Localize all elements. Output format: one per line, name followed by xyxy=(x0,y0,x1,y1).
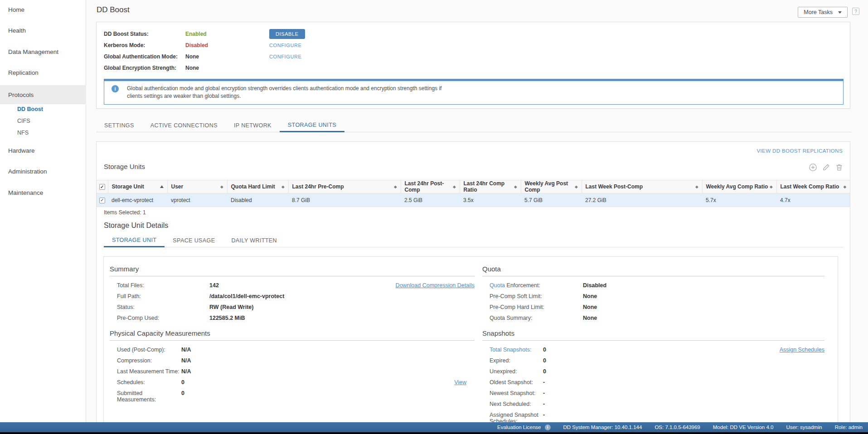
detail-label: Pre-Comp Soft Limit: xyxy=(490,293,583,299)
detail-label: Pre-Comp Hard Limit: xyxy=(490,304,583,310)
add-storage-unit-icon[interactable] xyxy=(809,163,817,172)
column-header-last-24hr-post-comp[interactable]: Last 24hr Post-Comp◆ xyxy=(401,180,460,193)
cell-last-week-comp-ratio: 4.7x xyxy=(776,193,850,207)
tab-space-usage[interactable]: SPACE USAGE xyxy=(165,234,223,247)
detail-label: Pre-Comp Used: xyxy=(117,315,209,321)
details-left-column: Summary Total Files: 142 Download Compre… xyxy=(110,257,475,403)
sidebar-item-administration[interactable]: Administration xyxy=(8,168,47,175)
detail-label: Assigned Snapshot Schedules: xyxy=(490,412,543,422)
column-header-user[interactable]: User◆ xyxy=(167,180,227,193)
check-icon: ✓ xyxy=(100,185,104,189)
detail-row: Last Measurement Time: N/A xyxy=(110,368,475,375)
cell-weekly-avg-comp-ratio: 5.7x xyxy=(702,193,776,207)
detail-row: Assigned Snapshot Schedules: - xyxy=(482,412,824,422)
snapshots-heading: Snapshots xyxy=(482,329,824,341)
sidebar-item-dd-boost[interactable]: DD Boost xyxy=(17,106,43,112)
column-header-last-24hr-comp-ratio[interactable]: Last 24hr Comp Ratio◆ xyxy=(460,180,521,193)
view-dd-boost-replications-link[interactable]: VIEW DD BOOST REPLICATIONS xyxy=(756,148,843,154)
license-label: Evaluation License xyxy=(497,424,541,430)
pre-comp-hard-limit-value: None xyxy=(583,304,597,310)
compression-value: N/A xyxy=(181,357,191,364)
next-scheduled-value: - xyxy=(543,401,545,407)
detail-row: Quota Enforcement: Disabled xyxy=(482,282,824,289)
sidebar-item-protocols[interactable]: Protocols xyxy=(0,85,86,104)
configure-kerberos-link[interactable]: CONFIGURE xyxy=(269,43,301,48)
cell-last-week-post-comp: 27.2 GiB xyxy=(582,193,702,207)
unexpired-value: 0 xyxy=(543,368,546,375)
oldest-snapshot-value: - xyxy=(543,379,545,386)
select-all-cell: ✓ xyxy=(97,180,108,193)
help-button[interactable]: ? xyxy=(852,8,859,15)
tab-active-connections[interactable]: ACTIVE CONNECTIONS xyxy=(142,119,226,132)
detail-row: Expired: 0 xyxy=(482,357,824,364)
column-header-weekly-avg-post-comp[interactable]: Weekly Avg Post Comp◆ xyxy=(521,180,582,193)
expired-value: 0 xyxy=(543,357,546,364)
sidebar-item-data-management[interactable]: Data Management xyxy=(8,48,58,55)
info-icon[interactable]: i xyxy=(545,424,551,430)
tab-daily-written[interactable]: DAILY WRITTEN xyxy=(223,234,285,247)
sort-diamond-icon: ◆ xyxy=(695,185,698,189)
table-header-row: ✓ Storage Unit User◆ Quota Hard Limit◆ L… xyxy=(97,180,850,193)
sidebar-item-hardware[interactable]: Hardware xyxy=(8,147,35,154)
row-checkbox[interactable]: ✓ xyxy=(99,198,105,203)
select-all-checkbox[interactable]: ✓ xyxy=(99,184,105,190)
question-mark-icon: ? xyxy=(854,9,857,14)
sidebar-item-replication[interactable]: Replication xyxy=(8,69,39,76)
storage-units-table: ✓ Storage Unit User◆ Quota Hard Limit◆ L… xyxy=(97,180,850,207)
sidebar-item-home[interactable]: Home xyxy=(8,6,24,13)
tab-ip-network[interactable]: IP NETWORK xyxy=(226,119,280,132)
sidebar-item-health[interactable]: Health xyxy=(8,27,26,34)
kerberos-mode-value: Disabled xyxy=(185,42,269,48)
storage-unit-details-heading: Storage Unit Details xyxy=(104,222,168,230)
storage-units-panel: VIEW DD BOOST REPLICATIONS Storage Units… xyxy=(96,141,850,422)
table-row[interactable]: ✓ dell-emc-vprotect vprotect Disabled 8.… xyxy=(97,193,850,207)
more-tasks-button[interactable]: More Tasks xyxy=(798,7,848,18)
main-tab-bar: SETTINGS ACTIVE CONNECTIONS IP NETWORK S… xyxy=(96,119,851,132)
column-label: Storage Unit xyxy=(112,183,144,190)
edit-pencil-icon[interactable] xyxy=(822,163,830,172)
page-title: DD Boost xyxy=(97,5,130,14)
detail-row: Total Snapshots: 0 Assign Schedules xyxy=(482,347,824,353)
download-compression-details-link[interactable]: Download Compression Details xyxy=(396,282,475,289)
column-header-weekly-avg-comp-ratio[interactable]: Weekly Avg Comp Ratio◆ xyxy=(702,180,776,193)
sort-diamond-icon: ◆ xyxy=(575,185,577,189)
full-path-value: /data/col1/dell-emc-vprotect xyxy=(209,293,284,299)
column-header-last-week-post-comp[interactable]: Last Week Post-Comp◆ xyxy=(582,180,702,193)
detail-label: Submitted Measurements: xyxy=(117,390,181,403)
assign-schedules-link[interactable]: Assign Schedules xyxy=(780,347,824,353)
total-snapshots-link[interactable]: Total Snapshots: xyxy=(490,347,531,353)
role-info: Role: admin xyxy=(835,424,863,430)
column-header-last-24hr-pre-comp[interactable]: Last 24hr Pre-Comp◆ xyxy=(288,180,401,193)
delete-trash-icon[interactable] xyxy=(835,163,844,172)
detail-row: Compression: N/A xyxy=(110,357,475,364)
detail-row: Submitted Measurements: 0 xyxy=(110,390,475,403)
quota-link[interactable]: Quota xyxy=(490,282,505,289)
tab-storage-unit[interactable]: STORAGE UNIT xyxy=(104,234,165,247)
sidebar-item-cifs[interactable]: CIFS xyxy=(17,118,30,124)
used-post-comp-value: N/A xyxy=(181,347,191,353)
detail-row: Used (Post-Comp): N/A xyxy=(110,347,475,353)
sort-ascending-icon xyxy=(160,185,164,188)
column-label: Last Week Post-Comp xyxy=(586,183,643,190)
quota-enforcement-value: Disabled xyxy=(583,282,606,289)
more-tasks-label: More Tasks xyxy=(804,9,833,15)
sort-diamond-icon: ◆ xyxy=(514,185,517,189)
sidebar-item-nfs[interactable]: NFS xyxy=(17,130,29,136)
model-info: Model: DD VE Version 4.0 xyxy=(713,424,774,430)
column-header-last-week-comp-ratio[interactable]: Last Week Comp Ratio◆ xyxy=(776,180,850,193)
status-label: Global Authentication Mode: xyxy=(104,53,185,60)
tab-settings[interactable]: SETTINGS xyxy=(96,119,142,132)
tab-storage-units[interactable]: STORAGE UNITS xyxy=(280,119,344,132)
enforcement-label: Enforcement: xyxy=(507,282,540,289)
column-header-storage-unit[interactable]: Storage Unit xyxy=(108,180,167,193)
pre-comp-used-value: 122585.2 MiB xyxy=(209,315,245,321)
newest-snapshot-value: - xyxy=(543,390,545,396)
cell-last-24hr-comp-ratio: 3.5x xyxy=(460,193,521,207)
disable-button[interactable]: DISABLE xyxy=(269,29,305,39)
detail-label: Used (Post-Comp): xyxy=(117,347,181,353)
column-header-quota-hard-limit[interactable]: Quota Hard Limit◆ xyxy=(227,180,288,193)
sidebar-item-maintenance[interactable]: Maintenance xyxy=(8,189,43,196)
total-files-value: 142 xyxy=(209,282,219,289)
view-schedules-link[interactable]: View xyxy=(454,379,466,386)
configure-auth-link[interactable]: CONFIGURE xyxy=(269,54,301,59)
